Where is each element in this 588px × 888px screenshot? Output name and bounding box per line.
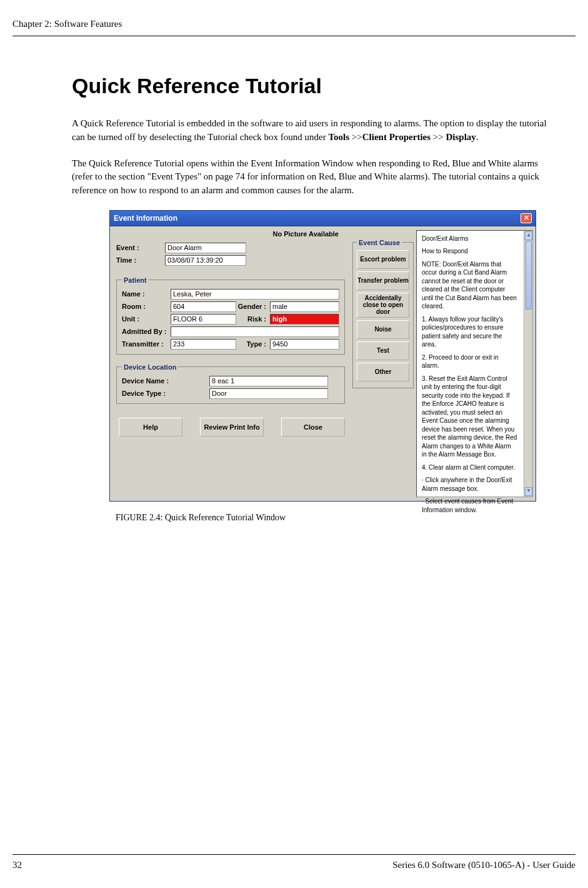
event-cause-pane: Event Cause Escort problem Transfer prob… [350,226,416,501]
room-label: Room : [122,303,171,310]
event-label: Event : [116,244,165,251]
name-label: Name : [122,290,171,298]
text: >> [431,132,446,142]
admitted-field[interactable] [171,326,339,337]
tutorial-step-3: 3. Reset the Exit Alarm Control unit by … [422,375,517,459]
close-button[interactable]: Close [281,418,345,436]
gender-field[interactable]: male [270,301,339,312]
scrollbar[interactable]: ▲ ▼ [524,231,532,497]
unit-label: Unit : [122,315,171,323]
escort-problem-button[interactable]: Escort problem [357,250,409,269]
patient-fieldset: Patient Name : Leska, Peter Room : 604 G… [116,276,345,355]
time-label: Time : [116,256,165,264]
tutorial-step-4a: · Click anywhere in the Door/Exit Alarm … [422,476,517,493]
left-pane: No Picture Available Event : Door Alarm … [110,226,350,501]
close-icon[interactable]: ✕ [521,213,532,223]
event-cause-fieldset: Event Cause Escort problem Transfer prob… [352,239,414,388]
titlebar: Event Information ✕ [109,210,536,226]
risk-label: Risk : [236,315,270,323]
text: >> [349,132,362,142]
tutorial-note: NOTE: Door/Exit Alarms that occur during… [422,260,517,311]
device-type-field[interactable]: Door [209,388,328,399]
scroll-thumb[interactable] [526,241,532,310]
chapter-header: Chapter 2: Software Features [12,19,576,36]
menu-path-client-properties: Client Properties [362,132,431,142]
page-number: 32 [12,860,22,870]
menu-path-display: Display [446,132,476,142]
device-location-legend: Device Location [122,363,178,371]
page-title: Quick Reference Tutorial [72,74,557,98]
time-field[interactable]: 03/08/07 13:39:20 [165,255,246,266]
review-print-info-button[interactable]: Review Print Info [200,418,264,436]
tutorial-step-1: 1. Always follow your facility's policie… [422,315,517,349]
tutorial-step-4b: · Select event causes from Event Informa… [422,497,517,514]
risk-field[interactable]: high [270,314,339,325]
type-field[interactable]: 9450 [270,339,339,350]
type-label: Type : [236,340,270,348]
device-type-label: Device Type : [122,390,209,397]
device-name-label: Device Name : [122,377,209,385]
scroll-up-icon[interactable]: ▲ [525,231,532,240]
help-button[interactable]: Help [119,418,182,436]
tutorial-pane: Door/Exit Alarms How to Respond NOTE: Do… [416,230,533,497]
name-field[interactable]: Leska, Peter [171,289,339,300]
device-location-fieldset: Device Location Device Name : 8 eac 1 De… [116,363,345,404]
unit-field[interactable]: FLOOR 6 [171,314,236,325]
event-information-window: Event Information ✕ No Picture Available… [109,210,536,502]
scroll-down-icon[interactable]: ▼ [525,487,532,496]
event-field[interactable]: Door Alarm [165,243,246,253]
gender-label: Gender : [236,303,270,310]
tutorial-step-2: 2. Proceed to door or exit in alarm. [422,353,517,370]
device-name-field[interactable]: 8 eac 1 [209,376,328,386]
other-button[interactable]: Other [357,363,409,381]
page-footer: 32 Series 6.0 Software (0510-1065-A) - U… [12,854,576,870]
window-title: Event Information [114,214,177,223]
admitted-label: Admitted By : [122,328,171,335]
tutorial-step-4: 4. Clear alarm at Client computer. [422,463,517,472]
transmitter-label: Transmitter : [122,340,171,348]
event-cause-legend: Event Cause [357,239,402,246]
patient-legend: Patient [122,276,149,284]
accidentally-close-button[interactable]: Accidentally close to open door [357,293,409,318]
test-button[interactable]: Test [357,341,409,360]
tutorial-heading-2: How to Respond [422,247,517,256]
no-picture-label: No Picture Available [116,230,345,238]
doc-title: Series 6.0 Software (0510-1065-A) - User… [392,860,576,870]
noise-button[interactable]: Noise [357,320,409,339]
intro-paragraph-2: The Quick Reference Tutorial opens withi… [72,157,557,198]
intro-paragraph-1: A Quick Reference Tutorial is embedded i… [72,117,557,144]
room-field[interactable]: 604 [171,301,236,312]
text: . [476,132,479,142]
transmitter-field[interactable]: 233 [171,339,236,350]
tutorial-heading-1: Door/Exit Alarms [422,235,517,243]
transfer-problem-button[interactable]: Transfer problem [357,271,409,290]
menu-path-tools: Tools [328,132,349,142]
